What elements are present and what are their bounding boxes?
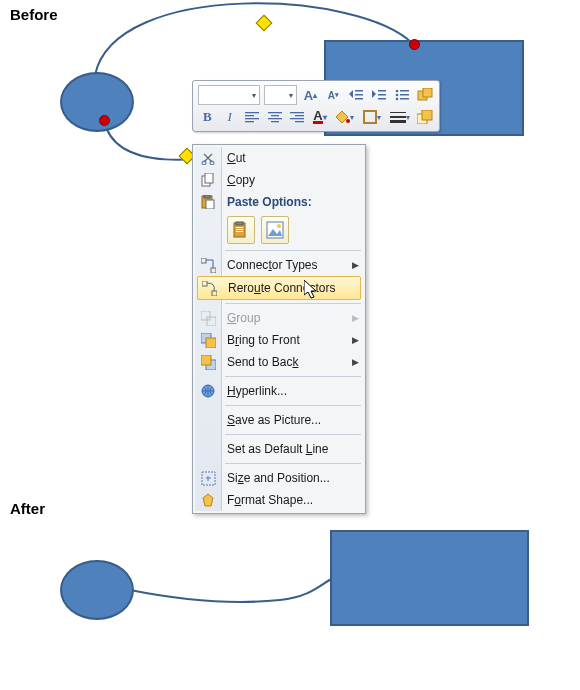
svg-rect-53 (207, 317, 216, 326)
svg-rect-44 (236, 231, 243, 232)
paste-picture-button[interactable] (261, 216, 289, 244)
svg-rect-20 (268, 118, 282, 119)
svg-marker-60 (304, 280, 316, 298)
svg-rect-17 (245, 121, 254, 122)
menu-size-and-position-label: Size and Position... (227, 471, 330, 485)
svg-rect-19 (271, 115, 279, 116)
bold-button[interactable]: B (198, 106, 217, 128)
svg-rect-30 (390, 120, 406, 123)
svg-rect-11 (400, 98, 409, 100)
svg-rect-52 (201, 311, 210, 320)
line-weight-button[interactable]: ▾ (388, 106, 411, 128)
mouse-cursor-icon (304, 280, 320, 302)
menu-save-as-picture[interactable]: Save as Picture... (195, 409, 363, 431)
group-icon (199, 309, 217, 327)
svg-rect-51 (212, 291, 217, 296)
svg-point-8 (395, 94, 398, 97)
svg-rect-27 (364, 111, 376, 123)
bullets-button[interactable] (392, 84, 411, 106)
after-rectangle-shape[interactable] (330, 530, 529, 626)
format-shape-icon (199, 491, 217, 509)
svg-rect-41 (236, 222, 243, 225)
shape-fill-button[interactable]: ▾ (333, 106, 356, 128)
arrange-button[interactable] (416, 106, 435, 128)
font-color-button[interactable]: A▾ (311, 106, 330, 128)
menu-reroute-connectors[interactable]: Reroute Connectors (197, 276, 361, 300)
connector-types-icon (199, 256, 217, 274)
menu-bring-to-front[interactable]: Bring to Front ▶ (195, 329, 363, 351)
svg-rect-39 (206, 200, 214, 209)
cut-icon (199, 149, 217, 167)
menu-connector-types-label: Connector Types (227, 258, 318, 272)
svg-rect-36 (205, 173, 213, 183)
svg-rect-48 (201, 258, 206, 263)
align-right-button[interactable] (288, 106, 307, 128)
hyperlink-icon (199, 382, 217, 400)
menu-connector-types[interactable]: Connector Types ▶ (195, 254, 363, 276)
mini-toolbar: ▾ ▾ A▴ A▾ B I A▾ ▾ (192, 80, 440, 132)
menu-group: Group ▶ (195, 307, 363, 329)
svg-rect-22 (290, 112, 304, 113)
svg-rect-16 (245, 118, 259, 119)
svg-rect-15 (245, 115, 254, 116)
menu-set-as-default-line[interactable]: Set as Default Line (195, 438, 363, 460)
menu-group-label: Group (227, 311, 260, 325)
connector-endpoint-bottom[interactable] (99, 115, 110, 126)
font-family-combo[interactable]: ▾ (198, 85, 260, 105)
align-left-button[interactable] (243, 106, 262, 128)
send-to-back-icon (199, 353, 217, 371)
font-size-combo[interactable]: ▾ (264, 85, 297, 105)
italic-button[interactable]: I (221, 106, 240, 128)
svg-point-47 (277, 224, 281, 228)
svg-rect-24 (290, 118, 304, 119)
svg-rect-43 (236, 229, 243, 230)
svg-rect-55 (206, 338, 216, 348)
align-center-button[interactable] (266, 106, 285, 128)
menu-format-shape[interactable]: Format Shape... (195, 489, 363, 511)
menu-bring-to-front-label: Bring to Front (227, 333, 300, 347)
bring-to-front-icon (199, 331, 217, 349)
svg-rect-21 (271, 121, 279, 122)
menu-copy-label: Copy (227, 173, 255, 187)
menu-send-to-back[interactable]: Send to Back ▶ (195, 351, 363, 373)
shape-outline-button[interactable]: ▾ (361, 106, 384, 128)
svg-point-6 (395, 90, 398, 93)
svg-point-10 (395, 98, 398, 101)
menu-hyperlink[interactable]: Hyperlink... (195, 380, 363, 402)
menu-cut[interactable]: Cut (195, 147, 363, 169)
submenu-arrow-icon: ▶ (352, 357, 359, 367)
submenu-arrow-icon: ▶ (352, 260, 359, 270)
decrease-indent-button[interactable] (347, 84, 366, 106)
svg-rect-3 (378, 90, 386, 92)
svg-rect-28 (390, 112, 406, 113)
svg-rect-57 (201, 355, 211, 365)
connector-endpoint-top[interactable] (409, 39, 420, 50)
svg-rect-18 (268, 112, 282, 113)
submenu-arrow-icon: ▶ (352, 313, 359, 323)
increase-indent-button[interactable] (370, 84, 389, 106)
submenu-arrow-icon: ▶ (352, 335, 359, 345)
copy-icon (199, 171, 217, 189)
svg-rect-14 (245, 112, 259, 113)
menu-copy[interactable]: Copy (195, 169, 363, 191)
menu-size-and-position[interactable]: Size and Position... (195, 467, 363, 489)
paste-keep-source-button[interactable] (227, 216, 255, 244)
paste-icon (199, 193, 217, 211)
context-menu: Cut Copy Paste Options: Connector Types … (192, 144, 366, 514)
svg-rect-50 (202, 281, 207, 286)
shrink-font-button[interactable]: A▾ (324, 84, 343, 106)
menu-format-shape-label: Format Shape... (227, 493, 313, 507)
svg-rect-29 (390, 116, 406, 118)
svg-rect-7 (400, 90, 409, 92)
after-ellipse-shape[interactable] (60, 560, 134, 620)
svg-rect-38 (204, 195, 210, 198)
shapes-gallery-button[interactable] (415, 84, 434, 106)
svg-rect-42 (236, 227, 243, 228)
reroute-connectors-icon (200, 279, 218, 297)
menu-paste-options: Paste Options: (195, 191, 363, 213)
svg-rect-2 (355, 98, 363, 100)
svg-rect-49 (211, 268, 216, 273)
grow-font-button[interactable]: A▴ (301, 84, 320, 106)
menu-cut-label: Cut (227, 151, 246, 165)
svg-rect-0 (355, 90, 363, 92)
